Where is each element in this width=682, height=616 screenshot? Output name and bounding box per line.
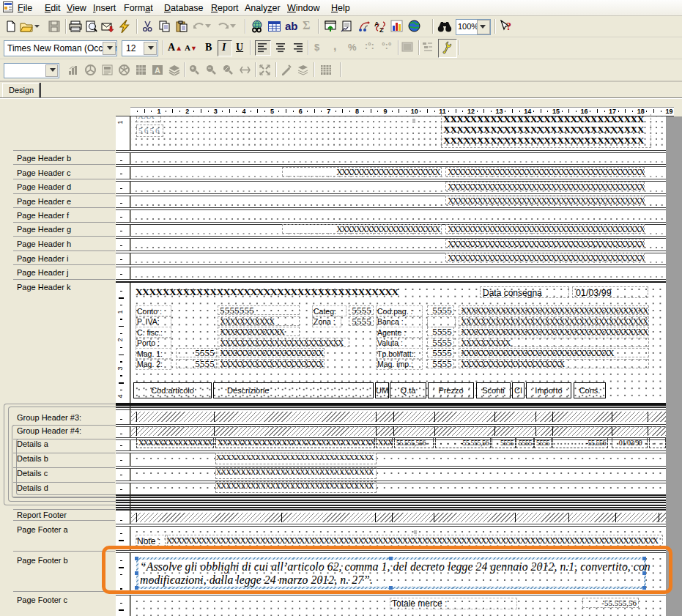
svg-text:?: ? xyxy=(506,21,511,32)
svg-text:A: A xyxy=(155,66,160,75)
svg-text:Z: Z xyxy=(379,26,384,32)
